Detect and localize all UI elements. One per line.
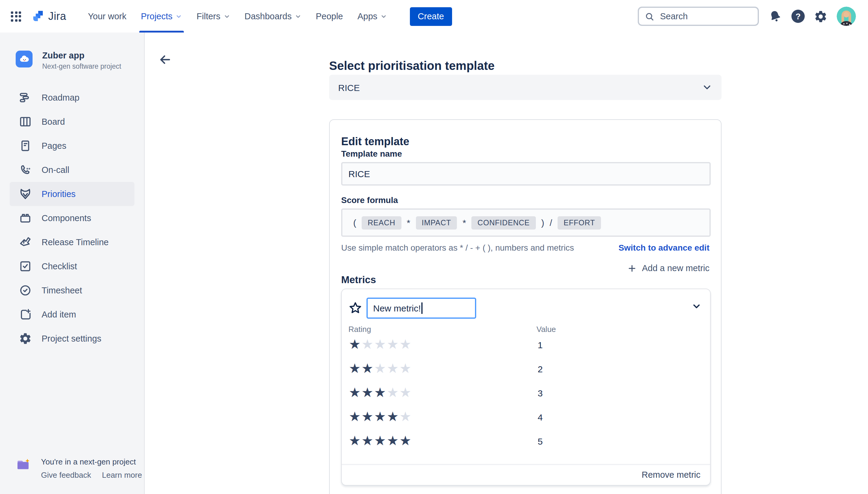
sidebar-item-add-item[interactable]: Add item bbox=[10, 302, 134, 326]
star-icon: ★ bbox=[386, 410, 399, 423]
star-icon: ★ bbox=[361, 434, 374, 448]
help-icon[interactable]: ? bbox=[791, 10, 805, 23]
star-rating: ★★★★★ bbox=[348, 362, 412, 375]
chevron-down-icon bbox=[223, 13, 230, 20]
star-icon: ★ bbox=[348, 338, 361, 351]
notifications-bell-icon[interactable] bbox=[768, 9, 782, 23]
edit-template-heading: Edit template bbox=[341, 136, 409, 148]
nav-item-apps[interactable]: Apps bbox=[357, 0, 387, 33]
jira-wordmark: Jira bbox=[48, 10, 66, 23]
global-search[interactable] bbox=[638, 7, 759, 26]
remove-metric-button[interactable]: Remove metric bbox=[642, 470, 700, 479]
star-icon: ★ bbox=[374, 434, 386, 448]
pages-icon bbox=[19, 139, 32, 152]
app-window: Jira Your work Projects Filters Dashboar… bbox=[0, 0, 868, 494]
sidebar-item-project-settings[interactable]: Project settings bbox=[10, 326, 134, 350]
formula-paren: ( bbox=[353, 217, 356, 228]
formula-chip-effort[interactable]: EFFORT bbox=[558, 216, 601, 229]
switch-advanced-edit-link[interactable]: Switch to advance edit bbox=[618, 243, 709, 252]
sidebar-item-board[interactable]: Board bbox=[10, 110, 134, 134]
formula-chip-confidence[interactable]: CONFIDENCE bbox=[472, 216, 536, 229]
user-avatar[interactable] bbox=[837, 7, 856, 26]
formula-paren: ) bbox=[541, 217, 544, 228]
divider bbox=[342, 464, 710, 465]
back-arrow-button[interactable] bbox=[158, 52, 172, 67]
formula-chip-reach[interactable]: REACH bbox=[362, 216, 402, 229]
settings-gear-icon[interactable] bbox=[814, 10, 828, 23]
chevron-down-icon bbox=[295, 13, 301, 20]
star-icon: ★ bbox=[361, 410, 374, 423]
nav-item-projects[interactable]: Projects bbox=[141, 0, 182, 33]
nav-item-dashboards[interactable]: Dashboards bbox=[244, 0, 301, 33]
formula-operator: * bbox=[463, 217, 466, 228]
app-switcher-icon[interactable] bbox=[11, 11, 21, 21]
rating-value: 5 bbox=[538, 436, 543, 446]
rating-row: ★★★★★ 3 bbox=[348, 381, 704, 405]
star-rating: ★★★★★ bbox=[348, 386, 412, 399]
star-icon: ★ bbox=[348, 434, 361, 448]
sidebar-footer: You're in a next-gen project Give feedba… bbox=[16, 457, 142, 479]
star-rating: ★★★★★ bbox=[348, 410, 412, 423]
rating-value: 2 bbox=[538, 364, 543, 374]
chevron-down-icon bbox=[702, 82, 713, 93]
star-icon: ★ bbox=[361, 338, 374, 351]
create-button[interactable]: Create bbox=[410, 7, 452, 25]
chevron-down-icon bbox=[176, 13, 182, 20]
star-icon: ★ bbox=[399, 338, 412, 351]
components-brick-icon bbox=[19, 211, 32, 225]
page-title: Select prioritisation template bbox=[329, 59, 495, 73]
sidebar-item-release-timeline[interactable]: Release Timeline bbox=[10, 230, 134, 254]
learn-more-link[interactable]: Learn more bbox=[102, 471, 142, 479]
nav-item-people[interactable]: People bbox=[316, 0, 343, 33]
star-icon: ★ bbox=[348, 362, 361, 375]
formula-chip-impact[interactable]: IMPACT bbox=[415, 216, 457, 229]
rating-value: 3 bbox=[538, 388, 543, 398]
rating-value: 4 bbox=[538, 412, 543, 422]
phone-icon bbox=[19, 163, 32, 176]
project-name: Zuber app bbox=[42, 51, 121, 61]
metric-name-input[interactable]: New metric! bbox=[367, 298, 476, 319]
template-select-value: RICE bbox=[338, 82, 360, 93]
sidebar-item-components[interactable]: Components bbox=[10, 206, 134, 230]
sidebar-menu: Roadmap Board Pages On-call bbox=[0, 86, 144, 350]
star-icon: ★ bbox=[399, 362, 412, 375]
sidebar-item-priorities[interactable]: Priorities bbox=[10, 182, 134, 206]
add-item-icon bbox=[19, 308, 32, 321]
gear-icon bbox=[19, 332, 32, 345]
template-name-label: Template name bbox=[341, 149, 402, 158]
rating-row: ★★★★★ 1 bbox=[348, 332, 704, 357]
rating-row: ★★★★★ 4 bbox=[348, 405, 704, 429]
star-outline-icon[interactable] bbox=[348, 301, 362, 315]
search-input[interactable] bbox=[659, 11, 752, 22]
star-icon: ★ bbox=[348, 410, 361, 423]
sidebar-item-timesheet[interactable]: Timesheet bbox=[10, 278, 134, 302]
collapse-chevron-icon[interactable] bbox=[691, 301, 702, 311]
nav-item-your-work[interactable]: Your work bbox=[88, 0, 127, 33]
star-icon: ★ bbox=[399, 386, 412, 399]
project-subtitle: Next-gen software project bbox=[42, 63, 121, 70]
checkbox-icon bbox=[19, 260, 32, 273]
sidebar-item-checklist[interactable]: Checklist bbox=[10, 254, 134, 278]
project-header[interactable]: Zuber app Next-gen software project bbox=[16, 51, 121, 70]
star-icon: ★ bbox=[374, 386, 386, 399]
give-feedback-link[interactable]: Give feedback bbox=[41, 471, 91, 479]
sidebar-item-on-call[interactable]: On-call bbox=[10, 158, 134, 182]
sidebar-item-roadmap[interactable]: Roadmap bbox=[10, 86, 134, 110]
priorities-fox-icon bbox=[19, 187, 32, 201]
score-formula-field[interactable]: ( REACH * IMPACT * CONFIDENCE ) / EFFORT bbox=[341, 208, 711, 237]
template-select-dropdown[interactable]: RICE bbox=[329, 75, 722, 100]
top-navigation: Jira Your work Projects Filters Dashboar… bbox=[0, 0, 868, 33]
sidebar-item-pages[interactable]: Pages bbox=[10, 134, 134, 158]
star-icon: ★ bbox=[374, 338, 386, 351]
template-name-input[interactable] bbox=[341, 162, 711, 186]
jira-logo[interactable]: Jira bbox=[30, 9, 66, 23]
text-caret bbox=[421, 302, 422, 314]
edit-template-card: Edit template Template name Score formul… bbox=[329, 119, 722, 494]
star-icon: ★ bbox=[361, 362, 374, 375]
nav-item-filters[interactable]: Filters bbox=[197, 0, 230, 33]
plus-icon bbox=[627, 264, 636, 272]
star-icon: ★ bbox=[399, 410, 412, 423]
add-metric-button[interactable]: Add a new metric bbox=[627, 263, 709, 273]
metric-card: New metric! Rating Value ★★★★★ 1 ★★★★★ 2 bbox=[341, 289, 711, 486]
star-icon: ★ bbox=[386, 434, 399, 448]
